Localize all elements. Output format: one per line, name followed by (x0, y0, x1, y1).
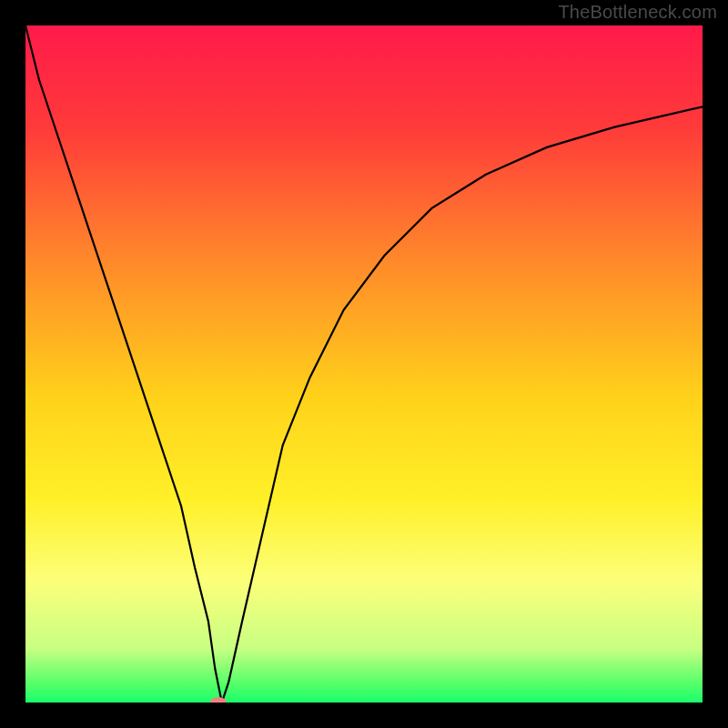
watermark-text: TheBottleneck.com (558, 2, 717, 23)
chart-frame: TheBottleneck.com (0, 0, 728, 728)
gradient-background (25, 25, 703, 703)
bottleneck-chart (25, 25, 703, 703)
